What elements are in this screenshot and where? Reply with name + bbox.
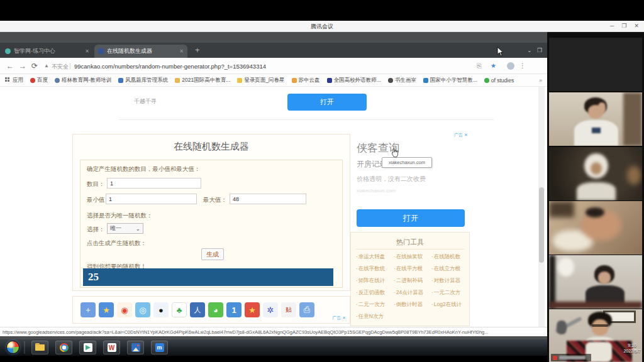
tool-link[interactable]: 在线立方根 <box>431 265 467 277</box>
window-restore-icon[interactable]: ❐ <box>537 47 542 53</box>
sina-weibo-icon[interactable]: ◉ <box>117 302 132 317</box>
kebab-menu-icon[interactable]: ⋮ <box>519 62 526 69</box>
tencent-weibo-icon[interactable]: ◎ <box>135 302 150 317</box>
mic-muted-icon <box>553 356 557 360</box>
participant-video-5[interactable] <box>549 255 642 309</box>
unique-select[interactable]: 唯一 ⌄ <box>107 223 143 234</box>
new-tab-button[interactable]: + <box>195 46 200 54</box>
baidu-paw-icon[interactable]: ✲ <box>263 302 278 317</box>
douban-icon[interactable]: ♣ <box>172 302 187 317</box>
hot-tools-title: 热门工具 <box>351 238 469 247</box>
tieba-icon[interactable]: 贴 <box>281 302 296 317</box>
tool-link[interactable]: 在线字数统 <box>356 265 394 277</box>
participant-video-3[interactable] <box>549 147 642 200</box>
meeting-taskbar-button[interactable] <box>79 341 96 354</box>
favicon-icon <box>388 78 393 83</box>
tool-link[interactable]: 矩阵在线计 <box>356 277 394 289</box>
status-url: https://www.googleadservices.com/pagead/… <box>3 329 531 335</box>
tool-link[interactable]: 在线平方根 <box>394 265 431 277</box>
side-ad-url: xiakechaxun.com <box>357 188 396 194</box>
max-input[interactable] <box>230 194 306 204</box>
forward-icon[interactable]: → <box>19 62 26 70</box>
tab-close-icon[interactable]: ✕ <box>179 48 184 54</box>
ad-badge[interactable]: 广告 ✕ <box>332 315 346 321</box>
url-text[interactable]: 99cankao.com/numbers/random-number-gener… <box>74 63 452 70</box>
favicon-icon <box>423 78 428 83</box>
explorer-taskbar-button[interactable] <box>31 341 48 354</box>
tool-link[interactable]: Log2在线计 <box>431 301 467 313</box>
qq-icon[interactable]: ● <box>153 302 169 317</box>
participant-video-1[interactable] <box>549 38 642 91</box>
renren-icon[interactable]: 人 <box>190 302 205 317</box>
not-secure-warning-icon[interactable]: ▲ <box>44 63 49 69</box>
share-add-icon[interactable]: ＋ <box>80 302 96 317</box>
unique-instruction-text: 选择是否为唯一随机数： <box>87 212 153 220</box>
bookmark-item[interactable]: of studies <box>484 77 514 84</box>
ad-badge[interactable]: 广告 ✕ <box>454 132 468 138</box>
taskbar-clock[interactable]: 9:10 2022/5/7 <box>623 343 641 354</box>
tool-link[interactable]: 任意N次方 <box>356 313 394 325</box>
wps-icon: W <box>108 343 116 352</box>
favicon-icon <box>118 78 123 83</box>
side-ad-open-button[interactable]: 打开 <box>357 209 465 227</box>
bookmark-item[interactable]: 凤凰题库管理系统 <box>118 77 168 84</box>
yixin-icon[interactable]: 1 <box>226 302 242 317</box>
wps-taskbar-button[interactable]: W <box>103 341 120 354</box>
print-icon[interactable]: ⎙ <box>299 302 314 317</box>
tool-link[interactable]: 在线抽奖软 <box>394 253 431 265</box>
mindmaster-taskbar-button[interactable]: m <box>151 341 168 354</box>
tool-link[interactable]: 一元二次方 <box>431 289 467 301</box>
top-ad-open-button[interactable]: 打开 <box>287 94 367 111</box>
video-art <box>586 207 604 217</box>
bookmark-item[interactable]: 国家中小学智慧教... <box>423 77 477 84</box>
generate-button[interactable]: 生成 <box>201 248 224 260</box>
profile-avatar[interactable] <box>507 62 514 70</box>
chrome-taskbar-button[interactable] <box>55 341 72 354</box>
bookmark-item[interactable]: 百度 <box>30 77 48 84</box>
tab-close-icon[interactable]: ✕ <box>85 48 89 54</box>
reload-icon[interactable]: ⟳ <box>31 62 38 70</box>
bookmark-item[interactable]: 苏中云盘 <box>292 77 320 84</box>
minimize-icon[interactable]: ─ <box>610 23 614 29</box>
tool-link[interactable]: 倒数计时器 <box>394 301 431 313</box>
close-icon[interactable]: ✕ <box>634 23 639 29</box>
bookmark-item[interactable]: 登录页面_问卷星 <box>237 77 284 84</box>
min-input[interactable] <box>106 194 197 204</box>
count-input[interactable] <box>107 178 201 189</box>
tool-link[interactable]: 反正切函数 <box>356 289 394 301</box>
video-art <box>592 128 601 133</box>
qzone-icon[interactable]: ★ <box>99 302 114 317</box>
chrome-window: 智学网-练习中心 ✕ 在线随机数生成器 ✕ + ⌄ ❐ ← → ⟳ ▲ 不安全 … <box>0 43 547 336</box>
baidu-favorite-icon[interactable]: ★ <box>245 302 260 317</box>
participant-video-6[interactable] <box>549 309 642 362</box>
bookmark-item[interactable]: 2021国际高中教育... <box>175 77 230 84</box>
max-label: 最大值： <box>203 196 227 204</box>
link-tooltip: xiakechaxun.com <box>382 157 432 168</box>
participant-video-2[interactable] <box>549 92 642 146</box>
tool-link[interactable]: 在线随机数 <box>431 253 467 265</box>
share-icon[interactable]: ⎘ <box>477 62 482 70</box>
maximize-icon[interactable]: ❐ <box>621 23 626 29</box>
tool-link[interactable]: 二元一次方 <box>356 301 394 313</box>
bookmark-item[interactable]: 梧林教育网-教师培训 <box>55 77 111 84</box>
bookmark-apps[interactable]: 应用 <box>5 77 23 84</box>
scrollbar-thumb[interactable] <box>539 187 544 263</box>
tool-link[interactable]: 二进制补码 <box>394 277 431 289</box>
video-art <box>549 255 555 309</box>
tab-zhixue[interactable]: 智学网-练习中心 ✕ <box>1 45 93 58</box>
photos-taskbar-button[interactable] <box>127 341 144 354</box>
tool-link[interactable]: 对数计算器 <box>431 277 467 289</box>
bookmark-item[interactable]: 书生画室 <box>388 77 416 84</box>
tab-search-chevron-icon[interactable]: ⌄ <box>527 47 532 53</box>
back-icon[interactable]: ← <box>6 62 14 70</box>
tool-link[interactable]: 幸运大转盘 <box>356 253 394 265</box>
bookmarks-overflow-icon[interactable]: » <box>539 77 542 84</box>
bookmark-star-icon[interactable]: ★ <box>491 62 496 69</box>
bookmark-item[interactable]: 全国高校外语教师... <box>327 77 381 84</box>
vertical-scrollbar[interactable] <box>538 87 545 327</box>
tab-random-generator[interactable]: 在线随机数生成器 ✕ <box>94 45 187 58</box>
participant-video-4[interactable] <box>549 201 642 255</box>
start-button-icon[interactable] <box>6 341 19 354</box>
tool-link[interactable]: 24点计算器 <box>394 289 431 301</box>
wechat-icon[interactable]: ◕ <box>208 302 223 317</box>
